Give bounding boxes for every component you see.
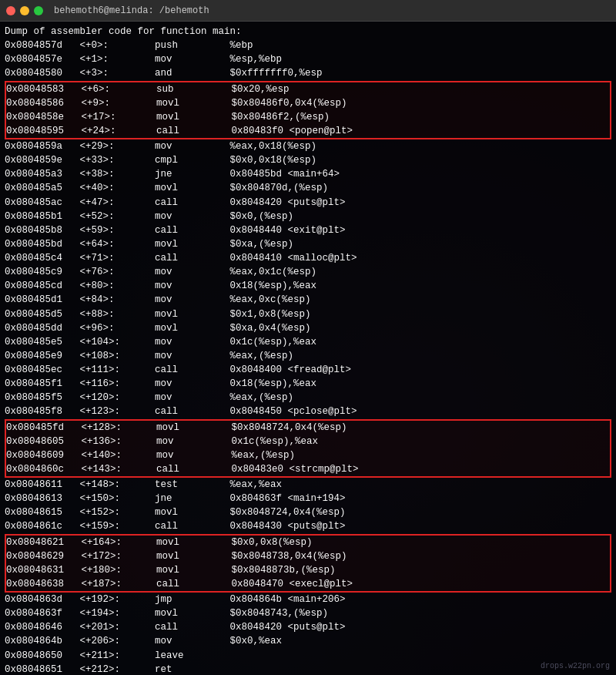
asm-line: 0x080485f8 <+123>: call 0x8048450 <pclos… (5, 405, 611, 418)
asm-line: 0x0804860c <+143>: call 0x80483e0 <strcm… (6, 462, 610, 476)
highlight-box-3: 0x08048621 <+164>: movl $0x0,0x8(%esp)0x… (5, 534, 611, 593)
asm-line: 0x080485a3 <+38>: jne 0x80485bd <main+64… (5, 167, 611, 181)
close-button[interactable] (6, 6, 15, 15)
asm-line: 0x08048638 <+187>: call 0x8048470 <execl… (6, 577, 610, 591)
asm-line: 0x0804858e <+17>: movl $0x80486f2,(%esp) (6, 110, 610, 124)
terminal: Dump of assembler code for function main… (0, 22, 616, 675)
maximize-button[interactable] (34, 6, 43, 15)
asm-line: 0x080485b1 <+52>: mov $0x0,(%esp) (5, 210, 611, 223)
asm-line: 0x08048586 <+9>: movl $0x80486f0,0x4(%es… (6, 96, 610, 110)
asm-line: 0x08048580 <+3>: and $0xfffffff0,%esp (5, 66, 611, 80)
asm-line: 0x080485e5 <+104>: mov 0x1c(%esp),%eax (5, 335, 611, 349)
asm-line: 0x08048609 <+140>: mov %eax,(%esp) (6, 448, 610, 462)
asm-line: 0x080485a5 <+40>: movl $0x804870d,(%esp) (5, 181, 611, 195)
asm-line: 0x08048651 <+212>: ret (5, 663, 611, 675)
asm-line: 0x08048611 <+148>: test %eax,%eax (5, 478, 611, 492)
asm-line: 0x080485d5 <+88>: movl $0x1,0x8(%esp) (5, 307, 611, 321)
asm-line: 0x08048646 <+201>: call 0x8048420 <puts@… (5, 620, 611, 634)
asm-line: 0x08048605 <+136>: mov 0x1c(%esp),%eax (6, 435, 610, 448)
titlebar: behemoth6@melinda: /behemoth (0, 0, 616, 22)
minimize-button[interactable] (20, 6, 29, 15)
asm-line: 0x080485ac <+47>: call 0x8048420 <puts@p… (5, 196, 611, 210)
asm-line: 0x0804857d <+0>: push %ebp (5, 39, 611, 52)
asm-line: 0x080485bd <+64>: movl $0xa,(%esp) (5, 237, 611, 251)
asm-line: 0x0804857e <+1>: mov %esp,%ebp (5, 52, 611, 66)
asm-line: 0x080485e9 <+108>: mov %eax,(%esp) (5, 349, 611, 363)
asm-content: 0x0804857d <+0>: push %ebp0x0804857e <+1… (5, 39, 611, 675)
window-title: behemoth6@melinda: /behemoth (54, 5, 209, 16)
asm-line: 0x0804859a <+29>: mov %eax,0x18(%esp) (5, 139, 611, 153)
asm-line: 0x0804861c <+159>: call 0x8048430 <puts@… (5, 519, 611, 533)
asm-line: 0x080485f5 <+120>: mov %eax,(%esp) (5, 391, 611, 405)
asm-line: 0x080485ec <+111>: call 0x8048400 <fread… (5, 363, 611, 377)
asm-line: 0x08048615 <+152>: movl $0x8048724,0x4(%… (5, 505, 611, 519)
highlight-box-2: 0x080485fd <+128>: movl $0x8048724,0x4(%… (5, 419, 611, 479)
asm-line: 0x080485fd <+128>: movl $0x8048724,0x4(%… (6, 421, 610, 435)
asm-line: 0x08048595 <+24>: call 0x80483f0 <popen@… (6, 124, 610, 138)
asm-line: 0x08048621 <+164>: movl $0x0,0x8(%esp) (6, 536, 610, 549)
asm-line: 0x080485c4 <+71>: call 0x8048410 <malloc… (5, 251, 611, 265)
asm-line: 0x080485dd <+96>: movl $0xa,0x4(%esp) (5, 321, 611, 335)
asm-line: 0x08048613 <+150>: jne 0x804863f <main+1… (5, 492, 611, 505)
asm-line: 0x0804859e <+33>: cmpl $0x0,0x18(%esp) (5, 153, 611, 167)
asm-line: 0x080485f1 <+116>: mov 0x18(%esp),%eax (5, 377, 611, 391)
asm-line: 0x08048631 <+180>: movl $0x8048873b,(%es… (6, 563, 610, 577)
asm-line: 0x080485cd <+80>: mov 0x18(%esp),%eax (5, 279, 611, 293)
watermark: drops.w22pn.org (541, 662, 610, 670)
asm-line: 0x08048629 <+172>: movl $0x8048738,0x4(%… (6, 549, 610, 563)
asm-line: 0x08048650 <+211>: leave (5, 649, 611, 663)
asm-line: 0x080485c9 <+76>: mov %eax,0x1c(%esp) (5, 265, 611, 279)
highlight-box-1: 0x08048583 <+6>: sub $0x20,%esp0x0804858… (5, 81, 611, 140)
asm-line: 0x08048583 <+6>: sub $0x20,%esp (6, 82, 610, 96)
terminal-header: Dump of assembler code for function main… (5, 25, 611, 39)
asm-line: 0x080485d1 <+84>: mov %eax,0xc(%esp) (5, 293, 611, 307)
asm-line: 0x0804863f <+194>: movl $0x8048743,(%esp… (5, 606, 611, 620)
asm-line: 0x0804863d <+192>: jmp 0x804864b <main+2… (5, 593, 611, 606)
asm-line: 0x080485b8 <+59>: call 0x8048440 <exit@p… (5, 223, 611, 237)
asm-line: 0x0804864b <+206>: mov $0x0,%eax (5, 634, 611, 648)
